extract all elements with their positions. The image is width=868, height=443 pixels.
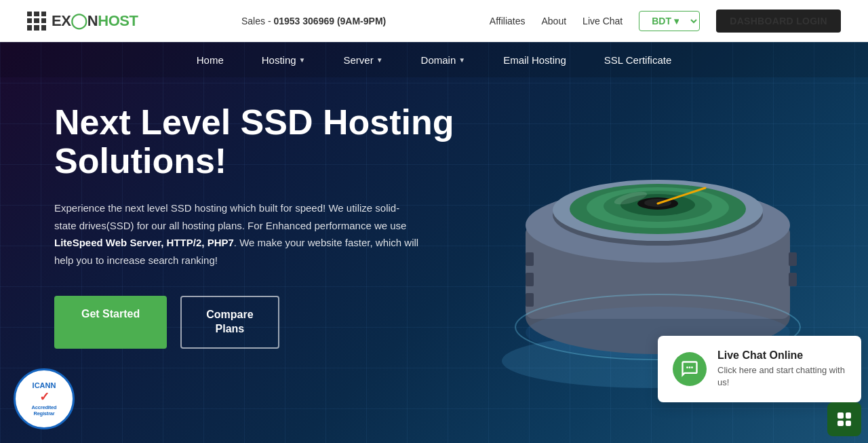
hero-title: Next Level SSD Hosting Solutions! <box>54 103 461 180</box>
compare-line1: Compare <box>206 309 253 320</box>
nav-hosting-arrow: ▼ <box>299 56 306 64</box>
nav-home-label: Home <box>197 54 224 66</box>
sales-info: Sales - 01953 306969 (9AM-9PM) <box>241 16 386 26</box>
hero-buttons: Get Started Compare Plans <box>54 296 461 349</box>
logo-text: EX◯NHOST <box>52 12 138 30</box>
svg-rect-4 <box>526 252 534 266</box>
nav-ssl[interactable]: SSL Certificate <box>585 42 691 77</box>
nav-hosting-label: Hosting <box>262 54 296 66</box>
nav-email-hosting[interactable]: Email Hosting <box>484 42 585 77</box>
nav-server-label: Server <box>344 54 374 66</box>
currency-selector[interactable]: BDT ▾ USD <box>639 11 700 31</box>
hero-desc-part1: Experience the next level SSD hosting wh… <box>54 202 406 231</box>
svg-rect-5 <box>526 273 534 286</box>
main-nav: Home Hosting ▼ Server ▼ Domain ▼ Email H… <box>0 42 868 77</box>
logo[interactable]: EX◯NHOST <box>27 12 138 31</box>
get-started-button[interactable]: Get Started <box>54 296 167 349</box>
hero-section: Home Hosting ▼ Server ▼ Domain ▼ Email H… <box>0 42 868 443</box>
hero-description: Experience the next level SSD hosting wh… <box>54 199 420 269</box>
affiliates-link[interactable]: Affiliates <box>490 16 526 26</box>
top-bar: EX◯NHOST Sales - 01953 306969 (9AM-9PM) … <box>0 0 868 42</box>
icann-accredited-label: Accredited Registrar <box>21 404 67 417</box>
svg-rect-8 <box>789 273 797 286</box>
nav-hosting[interactable]: Hosting ▼ <box>243 42 325 77</box>
hero-desc-bold: LiteSpeed Web Server, HTTP/2, PHP7 <box>54 237 234 248</box>
chat-widget-subtitle: Click here and start chatting with us! <box>717 364 846 389</box>
hero-content: Next Level SSD Hosting Solutions! Experi… <box>54 103 461 349</box>
nav-ssl-label: SSL Certificate <box>604 54 672 66</box>
nav-domain[interactable]: Domain ▼ <box>402 42 485 77</box>
chat-bubble-icon <box>673 352 707 386</box>
svg-rect-7 <box>789 252 797 266</box>
top-bar-right: Affiliates About Live Chat BDT ▾ USD DAS… <box>490 9 841 33</box>
nav-domain-arrow: ▼ <box>458 56 465 64</box>
compare-plans-button[interactable]: Compare Plans <box>180 296 279 349</box>
svg-rect-6 <box>526 293 534 307</box>
chat-toggle-button[interactable] <box>827 402 861 436</box>
sales-label: Sales - <box>241 16 271 26</box>
nav-email-label: Email Hosting <box>503 54 566 66</box>
nav-home[interactable]: Home <box>178 42 243 77</box>
logo-grid-icon <box>27 12 46 31</box>
icann-badge: ICANN ✓ Accredited Registrar <box>14 368 75 429</box>
chat-text: Live Chat Online Click here and start ch… <box>717 349 846 389</box>
icann-check-icon: ✓ <box>39 389 50 404</box>
icann-logo: ICANN <box>33 381 56 389</box>
svg-point-22 <box>689 366 691 368</box>
chat-icon-wrap <box>673 352 707 386</box>
chat-widget-title: Live Chat Online <box>717 349 846 362</box>
squares-icon <box>837 412 851 426</box>
svg-point-21 <box>686 366 688 368</box>
nav-server-arrow: ▼ <box>376 56 383 64</box>
compare-line2: Plans <box>216 323 245 334</box>
dashboard-login-button[interactable]: DASHBOARD LOGIN <box>716 9 841 33</box>
nav-domain-label: Domain <box>421 54 456 66</box>
nav-server[interactable]: Server ▼ <box>325 42 402 77</box>
about-link[interactable]: About <box>542 16 567 26</box>
live-chat-widget[interactable]: Live Chat Online Click here and start ch… <box>658 336 861 402</box>
phone-number: 01953 306969 (9AM-9PM) <box>273 16 386 26</box>
live-chat-link[interactable]: Live Chat <box>583 16 623 26</box>
svg-point-23 <box>691 366 693 368</box>
